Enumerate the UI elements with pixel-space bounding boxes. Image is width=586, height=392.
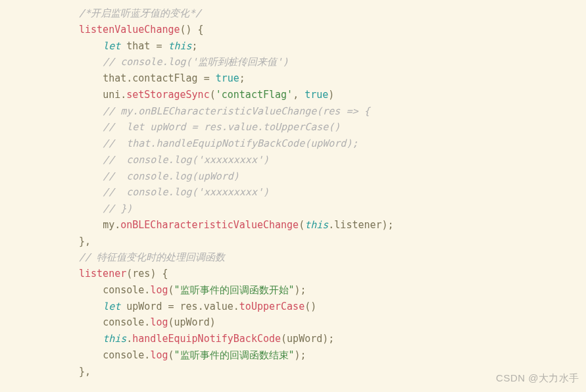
token-pn: ()	[305, 301, 316, 312]
code-line: // console.log(upWord)	[0, 168, 586, 185]
code-line: listener(res) {	[0, 266, 586, 282]
token-pn: (	[126, 268, 132, 280]
token-this: this	[103, 333, 126, 345]
token-pn: },	[79, 235, 91, 247]
token-pn: );	[322, 333, 334, 345]
token-this: this	[168, 40, 191, 52]
token-id: value	[204, 301, 233, 312]
token-fn: onBLECharacteristicValueChange	[120, 219, 299, 231]
token-pn: (	[210, 89, 216, 101]
token-id: upWord	[174, 316, 210, 328]
token-pn: .	[126, 333, 132, 345]
token-str: 'contactFlag'	[216, 89, 293, 101]
token-kw: let	[103, 40, 120, 52]
code-line: // let upWord = res.value.toUpperCase()	[0, 119, 586, 135]
token-cmt: // let upWord = res.value.toUpperCase()	[103, 121, 340, 133]
token-pn: );	[295, 349, 306, 361]
token-id: that	[120, 40, 156, 52]
token-fn: handleEquipNotifyBackCode	[132, 333, 281, 345]
token-pn: =	[156, 40, 168, 52]
code-line: },	[0, 233, 586, 250]
token-id: res	[132, 268, 150, 280]
token-fn: toUpperCase	[239, 301, 305, 312]
token-pn: .	[198, 301, 204, 312]
token-id: uni	[103, 89, 120, 101]
token-pn: (	[168, 284, 174, 296]
token-pn: )	[210, 316, 216, 328]
token-str: "监听事件的回调函数结束"	[174, 349, 295, 361]
code-line: // 特征值变化时的处理回调函数	[0, 249, 586, 266]
token-pn: ) {	[150, 268, 168, 280]
code-line: // console.log('xxxxxxxxx')	[0, 152, 586, 168]
code-line: // console.log('xxxxxxxxx')	[0, 184, 586, 201]
token-fn: log	[150, 349, 168, 361]
token-cmt: // console.log('xxxxxxxxx')	[103, 186, 269, 198]
token-id: console	[103, 349, 144, 361]
code-line: let upWord = res.value.toUpperCase()	[0, 299, 586, 315]
token-fn: log	[150, 316, 168, 328]
code-line: console.log("监听事件的回调函数开始");	[0, 282, 586, 299]
token-id: console	[103, 316, 144, 328]
token-this: this	[305, 219, 328, 231]
token-pn: .	[120, 89, 126, 101]
token-pn: .	[114, 219, 120, 231]
token-id: listener	[334, 219, 381, 231]
token-bool: true	[216, 72, 239, 84]
code-line: /*开启监听蓝牙值的变化*/	[0, 5, 586, 22]
token-id: upWord	[120, 301, 168, 312]
token-pn: (	[168, 349, 174, 361]
token-pn: (	[299, 219, 305, 231]
token-pn: );	[382, 219, 394, 231]
token-pn: ;	[239, 72, 245, 84]
code-block: /*开启监听蓝牙值的变化*/listenValueChange() { let …	[0, 0, 586, 380]
token-fn: log	[150, 284, 168, 296]
token-id: res	[180, 301, 198, 312]
token-pn: );	[295, 284, 306, 296]
token-id: that	[103, 72, 126, 84]
watermark-text: CSDN @大力水手	[496, 370, 579, 387]
code-line: listenValueChange() {	[0, 22, 586, 38]
code-line: // that.handleEquipNotifyBackCode(upWord…	[0, 135, 586, 152]
token-id: contactFlag	[132, 72, 203, 84]
token-fn: listener	[79, 268, 126, 280]
token-fn: setStorageSync	[126, 89, 209, 101]
code-line: that.contactFlag = true;	[0, 70, 586, 87]
token-cmt: // console.log(upWord)	[103, 170, 239, 182]
token-cmt: // })	[103, 203, 132, 214]
token-cmt: // that.handleEquipNotifyBackCode(upWord…	[103, 137, 358, 149]
code-line: // my.onBLECharacteristicValueChange(res…	[0, 103, 586, 120]
token-pn: (	[281, 333, 287, 345]
token-pn: )	[328, 89, 334, 101]
token-cmt: // my.onBLECharacteristicValueChange(res…	[103, 105, 370, 117]
token-id: console	[103, 284, 144, 296]
token-kw: let	[103, 301, 120, 312]
token-pn: =	[204, 72, 216, 84]
token-id: my	[103, 219, 114, 231]
token-str: "监听事件的回调函数开始"	[174, 284, 295, 296]
token-pn: .	[126, 72, 132, 84]
token-fn: listenValueChange	[79, 24, 180, 36]
code-line: // console.log('监听到桩传回来值')	[0, 54, 586, 70]
token-cmt: // console.log('xxxxxxxxx')	[103, 154, 269, 166]
code-line: console.log("监听事件的回调函数结束");	[0, 347, 586, 364]
token-cmt: // console.log('监听到桩传回来值')	[103, 56, 289, 68]
code-line: let that = this;	[0, 38, 586, 55]
token-cmt: /*开启监听蓝牙值的变化*/	[79, 7, 201, 19]
token-pn: },	[79, 366, 91, 378]
token-id: upWord	[287, 333, 322, 345]
token-pn: =	[168, 301, 180, 312]
token-pn: .	[328, 219, 334, 231]
token-pn: (	[168, 316, 174, 328]
code-line: uni.setStorageSync('contactFlag', true)	[0, 87, 586, 103]
token-pn: () {	[180, 24, 204, 36]
token-pn: ;	[192, 40, 198, 52]
token-cmt: // 特征值变化时的处理回调函数	[79, 251, 225, 263]
code-line: // })	[0, 201, 586, 217]
token-pn: .	[233, 301, 239, 312]
token-bool: true	[305, 89, 328, 101]
token-pn: ,	[293, 89, 305, 101]
code-line: this.handleEquipNotifyBackCode(upWord);	[0, 331, 586, 347]
code-line: console.log(upWord)	[0, 314, 586, 331]
code-line: my.onBLECharacteristicValueChange(this.l…	[0, 217, 586, 233]
